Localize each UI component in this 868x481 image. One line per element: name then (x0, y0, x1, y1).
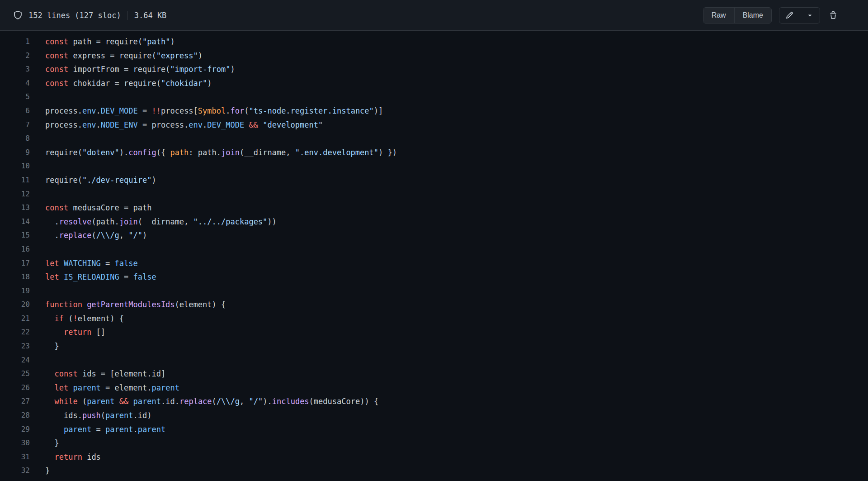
code-line: const path = require("path") (30, 35, 175, 49)
code-row: 9require("dotenv").config({ path: path.j… (0, 146, 868, 160)
code-line: function getParentModulesIds(element) { (30, 298, 226, 312)
code-line: const chokidar = require("chokidar") (30, 76, 212, 90)
code-line (30, 353, 45, 367)
edit-button[interactable] (779, 8, 800, 23)
code-row: 8 (0, 132, 868, 146)
edit-dropdown-button[interactable] (800, 8, 820, 23)
code-line: const medusaCore = path (30, 201, 151, 215)
code-row: 4const chokidar = require("chokidar") (0, 76, 868, 90)
trash-icon (829, 11, 837, 19)
raw-button[interactable]: Raw (703, 8, 734, 23)
code-line (30, 478, 45, 481)
code-row: 28 ids.push(parent.id) (0, 409, 868, 423)
raw-blame-button-group: Raw Blame (703, 7, 772, 24)
code-line (30, 284, 45, 298)
code-line: let IS_RELOADING = false (30, 270, 156, 284)
line-number[interactable]: 15 (0, 229, 30, 243)
line-number[interactable]: 26 (0, 381, 30, 395)
line-number[interactable]: 3 (0, 62, 30, 76)
line-number[interactable]: 12 (0, 187, 30, 201)
code-row: 12 (0, 187, 868, 201)
line-number[interactable]: 18 (0, 270, 30, 284)
code-line: } (30, 464, 50, 478)
code-row: 6process.env.DEV_MODE = !!process[Symbol… (0, 104, 868, 118)
code-line: } (30, 339, 59, 353)
file-actions: Raw Blame (703, 7, 839, 24)
code-row: 18let IS_RELOADING = false (0, 270, 868, 284)
line-number[interactable]: 7 (0, 118, 30, 132)
code-row: 15 .replace(/\\/g, "/") (0, 229, 868, 243)
code-line (30, 187, 45, 201)
chevron-down-icon (807, 12, 813, 19)
code-line: let parent = element.parent (30, 381, 179, 395)
code-row: 7process.env.NODE_ENV = process.env.DEV_… (0, 118, 868, 132)
code-row: 32} (0, 464, 868, 478)
line-number[interactable]: 8 (0, 132, 30, 146)
code-row: 29 parent = parent.parent (0, 423, 868, 437)
code-line: const importFrom = require("import-from"… (30, 62, 235, 76)
code-line: process.env.NODE_ENV = process.env.DEV_M… (30, 118, 323, 132)
line-number[interactable]: 27 (0, 395, 30, 409)
code-line: ids.push(parent.id) (30, 409, 151, 423)
code-line: const express = require("express") (30, 49, 203, 63)
code-line: const ids = [element.id] (30, 367, 165, 381)
code-line: .resolve(path.join(__dirname, "../../pac… (30, 215, 277, 229)
file-info: 152 lines (127 sloc) 3.64 KB (14, 11, 166, 20)
code-row: 13const medusaCore = path (0, 201, 868, 215)
line-number[interactable]: 22 (0, 325, 30, 339)
line-number[interactable]: 11 (0, 173, 30, 187)
code-row: 1const path = require("path") (0, 35, 868, 49)
file-lines-count: 152 lines (127 sloc) (28, 11, 121, 20)
line-number[interactable]: 30 (0, 436, 30, 450)
file-info-divider (127, 11, 128, 20)
line-number[interactable]: 6 (0, 104, 30, 118)
code-row: 24 (0, 353, 868, 367)
code-row: 20function getParentModulesIds(element) … (0, 298, 868, 312)
code-line (30, 159, 45, 173)
line-number[interactable]: 14 (0, 215, 30, 229)
code-row: 30 } (0, 436, 868, 450)
line-number[interactable]: 13 (0, 201, 30, 215)
code-line: if (!element) { (30, 312, 124, 326)
line-number[interactable]: 10 (0, 159, 30, 173)
code-row: 33 (0, 478, 868, 481)
line-number[interactable]: 32 (0, 464, 30, 478)
line-number[interactable]: 31 (0, 450, 30, 464)
code-line: while (parent && parent.id.replace(/\\/g… (30, 395, 378, 409)
code-line (30, 132, 45, 146)
code-line: return [] (30, 325, 105, 339)
code-viewer: 1const path = require("path")2const expr… (0, 31, 868, 481)
line-number[interactable]: 28 (0, 409, 30, 423)
code-line: .replace(/\\/g, "/") (30, 229, 147, 243)
blame-button[interactable]: Blame (734, 8, 771, 23)
line-number[interactable]: 16 (0, 243, 30, 257)
line-number[interactable]: 24 (0, 353, 30, 367)
line-number[interactable]: 1 (0, 35, 30, 49)
line-number[interactable]: 23 (0, 339, 30, 353)
line-number[interactable]: 4 (0, 76, 30, 90)
code-row: 19 (0, 284, 868, 298)
line-number[interactable]: 9 (0, 146, 30, 160)
line-number[interactable]: 25 (0, 367, 30, 381)
code-line: parent = parent.parent (30, 423, 165, 437)
code-line: } (30, 436, 59, 450)
code-line: let WATCHING = false (30, 257, 138, 271)
code-line: require("./dev-require") (30, 173, 156, 187)
line-number[interactable]: 17 (0, 257, 30, 271)
line-number[interactable]: 19 (0, 284, 30, 298)
code-row: 31 return ids (0, 450, 868, 464)
line-number[interactable]: 5 (0, 90, 30, 104)
file-size: 3.64 KB (134, 11, 167, 20)
line-number[interactable]: 20 (0, 298, 30, 312)
code-row: 27 while (parent && parent.id.replace(/\… (0, 395, 868, 409)
line-number[interactable]: 29 (0, 423, 30, 437)
code-row: 10 (0, 159, 868, 173)
delete-button[interactable] (827, 8, 839, 23)
code-row: 25 const ids = [element.id] (0, 367, 868, 381)
line-number[interactable]: 33 (0, 478, 30, 481)
code-line: return ids (30, 450, 101, 464)
line-number[interactable]: 2 (0, 49, 30, 63)
code-row: 11require("./dev-require") (0, 173, 868, 187)
code-row: 2const express = require("express") (0, 49, 868, 63)
line-number[interactable]: 21 (0, 312, 30, 326)
